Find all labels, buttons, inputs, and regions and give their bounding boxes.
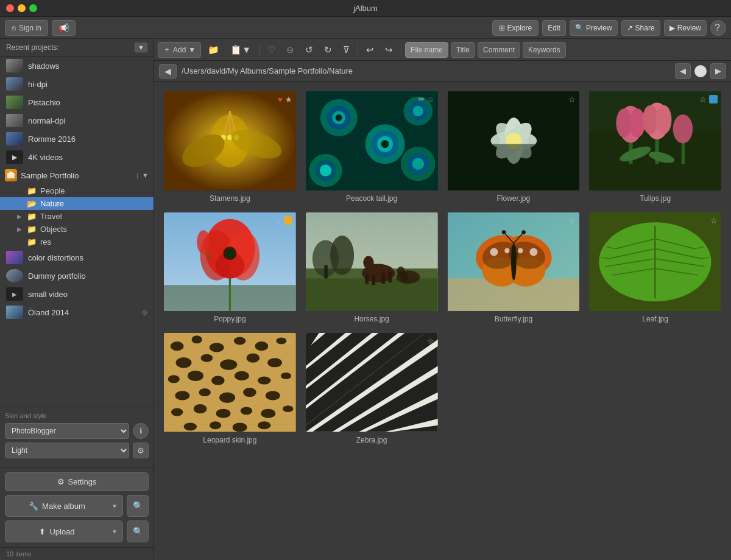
redo-button[interactable]: ↪ xyxy=(381,42,397,58)
tab-edit[interactable]: Edit xyxy=(542,20,566,36)
star-badge-horses[interactable]: ☆ xyxy=(427,216,434,225)
rotate-right-button[interactable]: ↻ xyxy=(320,42,336,58)
settings-icon: ⚙ xyxy=(57,477,65,486)
upload-button[interactable]: ⬆ Upload ▼ xyxy=(5,520,123,542)
photo-item-leaf[interactable]: ☆ Leaf.jpg xyxy=(589,212,721,324)
tab-explore[interactable]: ⊞ Explore xyxy=(492,20,539,36)
maximize-button[interactable] xyxy=(29,4,37,12)
rotate-left-button[interactable]: ↺ xyxy=(301,42,317,58)
project-item-pistachio[interactable]: Pistachio xyxy=(0,93,154,111)
redo-icon: ↪ xyxy=(385,44,393,55)
photo-item-horses[interactable]: ☆ Horses.jpg xyxy=(306,212,438,324)
photo-item-flower[interactable]: ☆ Flower.jpg xyxy=(448,91,580,203)
svg-point-20 xyxy=(381,140,389,148)
next-photo-button[interactable]: ▶ xyxy=(710,63,726,79)
window-controls[interactable] xyxy=(6,4,37,12)
skin-row: PhotoBlogger ℹ xyxy=(5,423,149,439)
project-item-color[interactable]: color distortions xyxy=(0,248,154,267)
path-icon-group: ◀ ▶ xyxy=(675,63,726,79)
tree-item-nature[interactable]: 📂 Nature xyxy=(0,197,154,210)
make-album-search-button[interactable]: 🔍 xyxy=(127,495,149,517)
path-text: /Users/david/My Albums/Sample Portfolio/… xyxy=(182,66,670,75)
tree-label-people: People xyxy=(40,186,65,195)
portfolio-name: Sample Portfolio xyxy=(21,171,133,180)
svg-point-97 xyxy=(521,230,526,234)
tree-item-objects[interactable]: ▶ 📁 Objects xyxy=(0,223,154,236)
add-label: Add xyxy=(173,46,186,54)
upload-arrow[interactable]: ▼ xyxy=(111,528,118,535)
new-folder-button[interactable]: 📁 xyxy=(203,42,224,58)
style-select[interactable]: Light xyxy=(5,443,129,458)
sort-title-button[interactable]: Title xyxy=(451,42,475,58)
sort-comment-button[interactable]: Comment xyxy=(478,42,520,58)
photo-item-tulips[interactable]: ☆ Tulips.jpg xyxy=(589,91,721,203)
photo-item-stamens[interactable]: ♥ ★ Stamens.jpg xyxy=(164,91,296,203)
tab-share[interactable]: ↗ Share xyxy=(621,20,660,36)
photo-item-butterfly[interactable]: ☆ Butterfly.jpg xyxy=(448,212,580,324)
upload-search-button[interactable]: 🔍 xyxy=(127,520,149,542)
signin-button[interactable]: ⎋ Sign in xyxy=(5,20,48,36)
photo-item-leopard[interactable]: ☆ Leopard skin.jpg xyxy=(164,333,296,444)
tab-review[interactable]: ▶ Review xyxy=(664,20,707,36)
project-item-4k[interactable]: ▶ 4K videos xyxy=(0,148,154,166)
help-button[interactable]: ? xyxy=(710,20,726,36)
svg-rect-73 xyxy=(381,273,384,283)
star-badge-tulips[interactable]: ☆ xyxy=(699,95,707,104)
tree-item-res[interactable]: 📁 res xyxy=(0,236,154,248)
star-badge-butterfly[interactable]: ☆ xyxy=(568,216,576,225)
tab-preview[interactable]: 🔍 Preview xyxy=(570,20,618,36)
make-album-button[interactable]: 🔧 Make album ▼ xyxy=(5,495,123,517)
heart-button[interactable]: ♡ xyxy=(263,42,280,58)
project-item-normal-dpi[interactable]: normal-dpi xyxy=(0,111,154,130)
folder-icon-objects: 📁 xyxy=(27,225,37,234)
star-badge-stamens[interactable]: ★ xyxy=(285,95,292,104)
style-settings-button[interactable]: ⚙ xyxy=(133,443,149,458)
minimize-button[interactable] xyxy=(18,4,26,12)
tree-item-travel[interactable]: ▶ 📁 Travel xyxy=(0,210,154,223)
add-button[interactable]: ＋ Add ▼ xyxy=(158,42,201,58)
recent-projects-dropdown[interactable]: ▼ xyxy=(135,43,147,52)
prev-photo-button[interactable]: ◀ xyxy=(675,63,691,79)
folder-icon-people: 📁 xyxy=(27,186,37,195)
star-badge-poppy[interactable]: ☆ xyxy=(274,216,281,225)
project-item-hi-dpi[interactable]: hi-dpi xyxy=(0,75,154,93)
sample-portfolio-header[interactable]: Sample Portfolio | ▼ xyxy=(0,166,154,184)
filter-button[interactable]: ⊽ xyxy=(339,42,354,58)
tree-item-people[interactable]: 📁 People xyxy=(0,184,154,197)
star-badge-peacock[interactable]: ☆ xyxy=(427,95,434,104)
info-button[interactable]: ℹ xyxy=(133,423,149,439)
exclude-button[interactable]: ⊖ xyxy=(282,42,298,58)
move-button[interactable]: 📋▼ xyxy=(226,42,255,58)
project-item-oland[interactable]: Öland 2014 ⊙ xyxy=(0,303,154,321)
sort-filename-button[interactable]: File name xyxy=(405,42,448,58)
svg-point-133 xyxy=(219,393,235,403)
project-item-smallvideo[interactable]: ▶ small video xyxy=(0,285,154,303)
preview-icon: 🔍 xyxy=(575,24,584,32)
photo-item-peacock[interactable]: ✏ ☆ Peacock tail.jpg xyxy=(306,91,438,203)
undo-button[interactable]: ↩ xyxy=(362,42,378,58)
photo-item-poppy[interactable]: ☆ Poppy.jpg xyxy=(164,212,296,324)
heart-badge-stamens[interactable]: ♥ xyxy=(278,95,283,104)
photo-item-zebra[interactable]: ☆ Zebra.jpg xyxy=(306,333,438,444)
pencil-badge-peacock[interactable]: ✏ xyxy=(418,95,425,104)
megaphone-button[interactable]: 📢 xyxy=(52,20,76,36)
svg-rect-82 xyxy=(448,278,580,311)
star-badge-leopard[interactable]: ☆ xyxy=(285,337,292,346)
star-badge-flower[interactable]: ☆ xyxy=(568,95,576,104)
project-item-shadows[interactable]: shadows xyxy=(0,57,154,75)
make-album-icon: 🔧 xyxy=(29,502,38,511)
back-button[interactable]: ◀ xyxy=(159,64,177,79)
svg-point-26 xyxy=(320,164,332,177)
star-badge-leaf[interactable]: ☆ xyxy=(710,216,718,225)
project-item-romme[interactable]: Romme 2016 xyxy=(0,130,154,148)
settings-button[interactable]: ⚙ Settings xyxy=(5,472,149,491)
project-name-romme: Romme 2016 xyxy=(28,135,76,144)
project-item-dummy[interactable]: Dummy portfolio xyxy=(0,267,154,285)
star-badge-zebra[interactable]: ☆ xyxy=(427,337,434,346)
photo-thumb-poppy: ☆ xyxy=(164,212,296,312)
make-album-arrow[interactable]: ▼ xyxy=(111,503,118,509)
sort-keywords-button[interactable]: Keywords xyxy=(523,42,566,58)
svg-point-140 xyxy=(261,409,275,418)
close-button[interactable] xyxy=(6,4,14,12)
skin-select[interactable]: PhotoBlogger xyxy=(5,423,129,439)
